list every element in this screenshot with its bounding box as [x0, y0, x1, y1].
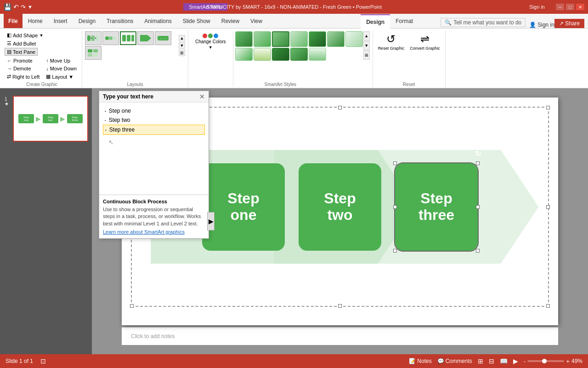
tab-transitions[interactable]: Transitions: [101, 14, 139, 28]
style-swatch-9[interactable]: [254, 48, 271, 61]
tab-view[interactable]: View: [245, 14, 268, 28]
text-pane-item-2[interactable]: • Step two: [103, 115, 205, 125]
sign-in-ribbon-button[interactable]: 👤 Sign in: [529, 22, 554, 28]
step3-handle[interactable]: [476, 161, 480, 165]
style-swatch-1[interactable]: [235, 31, 253, 47]
step-three-box[interactable]: Stepthree↻: [395, 163, 478, 251]
svg-rect-2: [96, 35, 99, 41]
tab-smartart-format[interactable]: Format: [390, 14, 418, 28]
minimize-button[interactable]: ─: [556, 4, 564, 10]
tab-review[interactable]: Review: [216, 14, 245, 28]
tab-design[interactable]: Design: [73, 14, 101, 28]
text-pane-item-1[interactable]: • Step one: [103, 106, 205, 115]
right-to-left-button[interactable]: ⇄ Right to Left: [5, 73, 42, 80]
style-swatch-5[interactable]: [309, 31, 326, 47]
zoom-in-button[interactable]: +: [566, 358, 570, 365]
convert-graphic-button[interactable]: ⇌ Convert Graphic: [407, 31, 442, 52]
text-pane-button[interactable]: ▤ Text Pane: [5, 48, 38, 56]
promote-button[interactable]: ← Promote: [5, 57, 42, 64]
tab-smartart-design[interactable]: Design: [361, 14, 390, 29]
move-down-button[interactable]: ↓ Move Down: [44, 65, 79, 72]
tab-home[interactable]: Home: [23, 14, 48, 28]
layout-swatch-3[interactable]: [120, 31, 136, 45]
layout-icon: ▦: [46, 74, 51, 80]
comments-button[interactable]: 💬 Comments: [437, 358, 472, 364]
notes-bar[interactable]: Click to add notes: [122, 327, 558, 345]
save-button[interactable]: 💾: [4, 3, 11, 11]
smartart-styles-label: SmartArt Styles: [265, 82, 296, 87]
layout-expand[interactable]: ⊞: [179, 50, 185, 56]
step3-handle[interactable]: [393, 205, 397, 209]
style-swatch-4[interactable]: [290, 31, 308, 47]
styles-scroll-up[interactable]: ▲: [363, 31, 370, 40]
redo-button[interactable]: ↷: [21, 4, 26, 11]
style-swatch-11[interactable]: [290, 48, 308, 61]
change-colors-button[interactable]: Change Colors ▼: [191, 31, 230, 52]
step3-handle[interactable]: [476, 205, 480, 209]
style-swatch-10[interactable]: [272, 48, 289, 61]
styles-scroll-down[interactable]: ▼: [363, 41, 370, 50]
slide-show-button[interactable]: ▶: [513, 357, 518, 365]
slide-panel: 1 ★ Stepone ▶ Steptwo ▶ Stepthree: [0, 88, 92, 354]
step-boxes: Stepone Steptwo Stepthree↻: [202, 163, 478, 251]
status-bar: Slide 1 of 1 ⊡ 📝 Notes 💬 Comments ⊞ ⊟ 📖 …: [0, 354, 588, 368]
notes-icon: 📝: [409, 358, 416, 364]
close-button[interactable]: ✕: [576, 4, 584, 10]
demote-button[interactable]: → Demote: [5, 65, 42, 72]
learn-more-link[interactable]: Learn more about SmartArt graphics: [103, 229, 205, 235]
notes-button[interactable]: 📝 Notes: [409, 358, 431, 364]
layout-swatch-5[interactable]: →→→: [155, 31, 171, 45]
text-pane-icon: ▤: [7, 49, 11, 55]
tab-file[interactable]: File: [4, 14, 23, 28]
rotate-handle[interactable]: ↻: [473, 150, 482, 159]
style-swatch-6[interactable]: [327, 31, 345, 47]
tell-me-box[interactable]: 🔍 Tell me what you want to do: [441, 18, 526, 27]
layout-scroll-up[interactable]: ▲: [179, 35, 185, 41]
style-swatch-2[interactable]: [254, 31, 271, 47]
style-swatch-8[interactable]: [235, 48, 253, 61]
slide-thumbnail[interactable]: Stepone ▶ Steptwo ▶ Stepthree: [13, 96, 88, 142]
tab-animations[interactable]: Animations: [139, 14, 177, 28]
tab-slideshow[interactable]: Slide Show: [177, 14, 216, 28]
cursor-position: ↖: [103, 135, 205, 150]
step-two-box[interactable]: Steptwo: [299, 163, 381, 251]
slide-sorter-button[interactable]: ⊟: [489, 357, 494, 365]
layout-swatch-6[interactable]: [85, 46, 102, 60]
styles-expand[interactable]: ⊞: [363, 51, 370, 60]
step3-handle[interactable]: [393, 249, 397, 253]
undo-button[interactable]: ↶: [13, 3, 19, 11]
tab-insert[interactable]: Insert: [48, 14, 73, 28]
step-one-box[interactable]: Stepone: [202, 163, 285, 251]
zoom-slider[interactable]: [527, 360, 564, 362]
layout-swatch-4[interactable]: [137, 31, 154, 45]
add-shape-button[interactable]: ◧ Add Shape ▼: [5, 31, 45, 39]
fit-slide-button[interactable]: ⊡: [40, 357, 46, 365]
normal-view-button[interactable]: ⊞: [478, 357, 483, 365]
layout-button[interactable]: ▦ Layout ▼: [44, 73, 79, 80]
style-swatch-7[interactable]: [345, 31, 363, 47]
text-pane-description: Continuous Block Process Use to show a p…: [99, 195, 209, 238]
app-title: SIMPLICITY by SMART - 16x9 - NON-ANIMATE…: [206, 4, 382, 10]
share-button[interactable]: ↗ Share: [554, 19, 584, 28]
step3-handle[interactable]: [476, 249, 480, 253]
style-swatch-12[interactable]: [309, 48, 326, 61]
layout-swatch-1[interactable]: [85, 31, 102, 45]
step3-handle[interactable]: [393, 161, 397, 165]
add-bullet-button[interactable]: ☰ Add Bullet: [5, 40, 38, 47]
move-up-button[interactable]: ↑ Move Up: [44, 57, 79, 64]
customize-toolbar-button[interactable]: ▼: [28, 4, 33, 10]
restore-button[interactable]: □: [566, 4, 574, 10]
layout-scroll-down[interactable]: ▼: [179, 42, 185, 49]
sign-in-button[interactable]: Sign in: [529, 4, 545, 10]
zoom-controls: - + 49%: [524, 358, 582, 365]
text-pane-close-button[interactable]: ✕: [199, 93, 205, 100]
text-pane: Type your text here ✕ • Step one • Step …: [99, 91, 209, 239]
reading-view-button[interactable]: 📖: [500, 357, 508, 365]
collapse-button[interactable]: ▶: [207, 212, 215, 230]
layout-swatch-2[interactable]: [102, 31, 119, 45]
reset-graphic-button[interactable]: ↺ Reset Graphic: [376, 31, 407, 52]
text-pane-item-3[interactable]: • Step three: [103, 125, 205, 135]
convert-icon: ⇌: [420, 33, 430, 46]
style-swatch-3[interactable]: [272, 31, 289, 47]
zoom-out-button[interactable]: -: [524, 358, 526, 365]
